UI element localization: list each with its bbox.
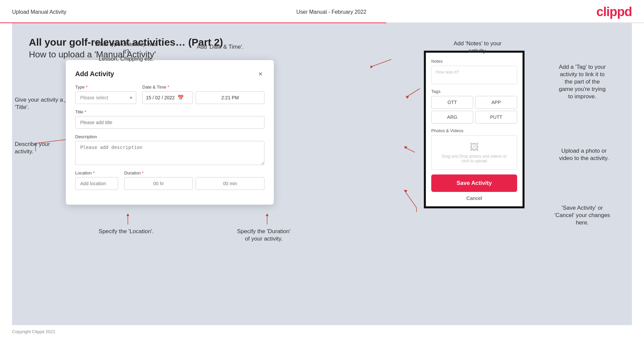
description-input[interactable] [75,141,264,165]
photos-label: Photos & Videos [431,128,517,133]
notes-area[interactable]: How was it? [431,66,517,84]
svg-line-21 [405,191,416,208]
title-label: Title * [75,109,264,114]
datetime-group: Date & Time * 15 / 02 / 2022 📅 [142,85,264,104]
title-input[interactable] [75,116,264,129]
clippd-logo: clippd [596,5,632,19]
location-input[interactable] [75,177,118,190]
main-content: All your golf-relevant activities… (Part… [12,23,632,325]
description-label: Description [75,134,264,139]
annotation-photo: Upload a photo or video to the activity. [545,147,623,162]
tag-putt[interactable]: PUTT [475,111,517,123]
title-group: Title * [75,109,264,129]
annotation-duration: Specify the 'Duration' of your activity. [224,228,304,243]
phone-panel: Notes How was it? Tags OTT APP ARG PUTT … [424,51,525,208]
cancel-link[interactable]: Cancel [431,195,517,201]
tag-ott[interactable]: OTT [431,96,473,109]
tag-app[interactable]: APP [475,96,517,109]
type-select[interactable]: Please select [75,91,136,104]
svg-marker-11 [127,213,129,216]
annotation-tag: Add a 'Tag' to your activity to link it … [542,63,623,100]
svg-marker-22 [404,190,407,193]
tag-arg[interactable]: ARG [431,111,473,123]
svg-marker-13 [266,213,268,216]
save-activity-button[interactable]: Save Activity [431,174,517,192]
photos-upload-box[interactable]: 🖼 Drag and Drop photos and videos or cli… [431,135,517,170]
modal-header: Add Activity × [75,69,264,79]
type-datetime-row: Type * Please select ▾ Date & Time * 15 … [75,85,264,104]
duration-label: Duration * [124,170,264,175]
svg-line-16 [406,89,420,97]
duration-min-input[interactable] [196,177,264,190]
date-value: 15 / 02 / 2022 [146,95,175,100]
annotation-location: Specify the 'Location'. [93,228,160,235]
date-input[interactable]: 15 / 02 / 2022 📅 [142,91,193,104]
description-group: Description [75,134,264,165]
annotation-save-cancel: 'Save Activity' or 'Cancel' your changes… [542,204,623,226]
svg-marker-19 [404,146,407,149]
annotation-description: Describe your activity. [15,141,67,155]
manual-label: User Manual - February 2022 [296,9,366,15]
datetime-label: Date & Time * [142,85,264,90]
svg-marker-15 [370,65,373,68]
type-label: Type * [75,85,136,90]
svg-line-18 [405,147,415,152]
annotation-title: Give your activity a 'Title'. [15,96,67,111]
svg-line-14 [371,59,391,67]
time-input[interactable] [196,91,264,104]
page-label: Upload Manual Activity [12,9,66,15]
location-group: Location * [75,170,118,190]
duration-hr-input[interactable] [124,177,193,190]
footer: Copyright Clippd 2021 [0,325,644,338]
duration-group: Duration * [124,170,264,190]
modal-title: Add Activity [75,70,114,78]
type-group: Type * Please select ▾ [75,85,136,104]
page-title: All your golf-relevant activities… (Part… [29,37,615,48]
copyright: Copyright Clippd 2021 [12,329,55,334]
location-label: Location * [75,170,118,175]
location-duration-row: Location * Duration * [75,170,264,190]
add-activity-modal: Add Activity × Type * Please select ▾ Da… [66,60,274,205]
tags-label: Tags [431,89,517,94]
calendar-icon: 📅 [178,95,184,101]
tags-grid: OTT APP ARG PUTT [431,96,517,123]
close-button[interactable]: × [256,69,264,79]
page-subtitle: How to upload a 'Manual Activity' [29,49,615,60]
upload-icon: 🖼 [469,142,479,153]
svg-marker-17 [406,96,409,99]
notes-label: Notes [431,59,517,64]
top-bar: Upload Manual Activity User Manual - Feb… [0,0,644,22]
type-select-wrapper[interactable]: Please select ▾ [75,91,136,104]
